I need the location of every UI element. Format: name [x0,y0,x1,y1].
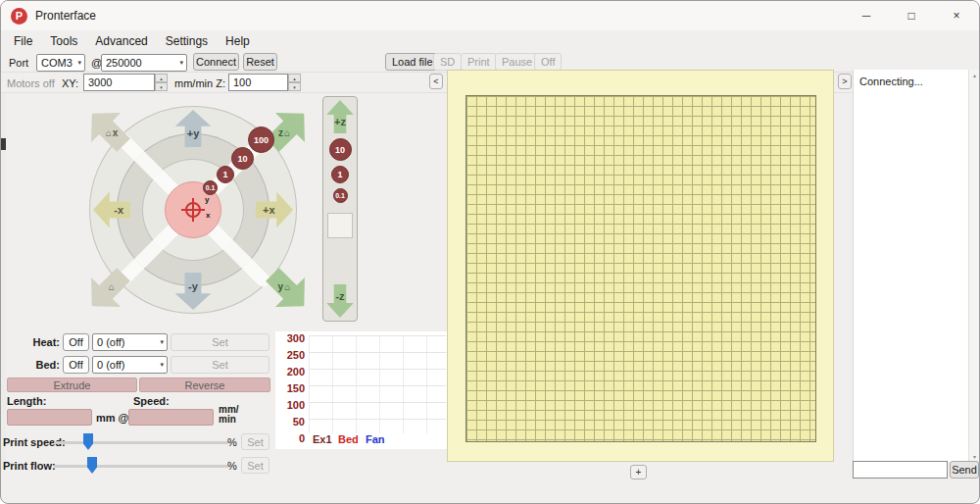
chevron-down-icon: ▾ [176,59,186,67]
scroll-up-icon[interactable]: ▴ [973,70,976,80]
y-tick: 300 [275,332,305,344]
length-label: Length: [7,395,46,407]
scrollbar-thumb[interactable] [1,138,6,150]
maximize-icon[interactable]: □ [889,1,934,30]
print-speed-set-button[interactable]: Set [241,433,270,450]
speed-label: Speed: [133,395,170,407]
close-icon[interactable]: × [934,1,979,30]
heat-off-button[interactable]: Off [63,333,89,351]
percent-label: % [227,460,237,472]
menu-tools[interactable]: Tools [41,32,86,50]
send-button[interactable]: Send [950,461,979,479]
jog-plus-z-button[interactable]: +z [325,100,355,133]
title-bar: P Pronterface ─ □ × [1,1,979,30]
xy-feed-label: XY: [62,77,78,89]
menu-help[interactable]: Help [217,32,259,50]
z-step-10-badge: 10 [329,138,352,161]
legend-ex1: Ex1 [313,433,332,445]
print-speed-slider[interactable] [54,433,228,451]
z-jog-column: +z 10 1 0.1 -z [322,96,358,322]
left-scrollbar[interactable] [1,94,6,469]
slider-thumb[interactable] [83,433,93,450]
window-controls: ─ □ × [844,1,979,30]
spin-up-icon[interactable]: ▴ [155,74,168,82]
slider-track[interactable] [54,465,228,468]
motors-off-button[interactable]: Motors off [7,77,55,89]
chevron-down-icon: ▾ [74,59,84,67]
zoom-in-button[interactable]: + [630,465,647,479]
chevron-down-icon: ▾ [157,338,167,346]
chevron-down-icon: ▾ [157,361,167,369]
menu-bar: File Tools Advanced Settings Help [1,30,979,52]
z-step-1-badge: 1 [331,166,349,183]
expand-right-button[interactable]: > [838,74,852,89]
y-tick: 0 [275,432,305,444]
app-window: P Pronterface ─ □ × File Tools Advanced … [0,0,980,504]
z-slider-track[interactable] [327,213,353,238]
log-panel[interactable]: Connecting... [853,70,980,462]
z-feed-label: mm/min Z: [174,77,225,89]
log-scrollbar[interactable]: ▴ ▾ [968,70,980,462]
home-icon: ⌂ [284,127,290,138]
minimize-icon[interactable]: ─ [844,1,889,30]
menu-file[interactable]: File [5,32,41,50]
collapse-left-button[interactable]: < [429,74,443,89]
sd-button[interactable]: SD [433,53,462,71]
jog-step-1-badge: 1 [217,166,234,183]
baud-select[interactable]: 250000 ▾ [101,54,187,72]
heat-set-button[interactable]: Set [171,333,270,351]
min-label: min [219,414,236,425]
heat-preset-select[interactable]: 0 (off) ▾ [92,333,168,351]
load-file-button[interactable]: Load file [385,53,440,71]
extrude-length-input[interactable] [7,409,92,426]
jog-minus-z-button[interactable]: -z [325,284,355,318]
slider-thumb[interactable] [87,457,97,474]
legend-bed: Bed [338,433,359,445]
heat-label: Heat: [30,336,60,348]
y-tick: 150 [275,382,305,394]
spin-down-icon[interactable]: ▾ [155,82,168,91]
home-icon: ⌂ [105,127,111,138]
y-tick: 200 [275,366,305,378]
crosshair-icon[interactable] [181,198,205,222]
extrude-button[interactable]: Extrude [7,378,137,392]
spin-down-icon[interactable]: ▾ [288,82,301,91]
z-feed-stepper[interactable]: 100 ▴ ▾ [228,74,301,91]
jog-step-01-badge: 0.1 [203,180,218,195]
print-flow-set-button[interactable]: Set [241,457,270,474]
app-icon: P [11,8,27,25]
off-button[interactable]: Off [534,53,562,71]
reverse-button[interactable]: Reverse [139,378,270,392]
home-icon: ⌂ [285,281,291,292]
y-tick: 100 [275,399,305,411]
spin-up-icon[interactable]: ▴ [288,74,301,82]
y-tick: 250 [275,349,305,361]
print-flow-slider[interactable] [54,457,228,475]
print-button[interactable]: Print [461,53,497,71]
center-y-label: y [205,195,209,204]
command-input[interactable] [853,461,948,479]
reset-button[interactable]: Reset [243,53,277,71]
menu-advanced[interactable]: Advanced [86,32,156,50]
bed-grid-canvas[interactable] [466,95,816,442]
log-text: Connecting... [859,76,923,87]
pause-button[interactable]: Pause [495,53,539,71]
port-select[interactable]: COM3 ▾ [36,54,85,72]
temperature-graph: 300 250 200 150 100 50 0 Ex1 Bed Fan [275,331,447,449]
slider-track[interactable] [54,441,228,444]
extrude-speed-input[interactable] [128,409,214,426]
bed-set-button[interactable]: Set [171,356,270,374]
bed-preset-select[interactable]: 0 (off) ▾ [92,356,168,374]
home-icon: ⌂ [109,281,115,292]
bed-off-button[interactable]: Off [63,356,89,374]
center-x-label: x [206,211,210,220]
legend-fan: Fan [366,433,385,445]
y-tick: 50 [275,416,305,428]
connect-button[interactable]: Connect [193,53,239,71]
bed-label: Bed: [30,359,60,371]
menu-settings[interactable]: Settings [157,32,217,50]
jog-step-10-badge: 10 [231,147,254,170]
xy-feed-stepper[interactable]: 3000 ▴ ▾ [83,74,168,91]
jog-step-100-badge: 100 [248,126,274,153]
z-step-01-badge: 0.1 [333,188,348,203]
